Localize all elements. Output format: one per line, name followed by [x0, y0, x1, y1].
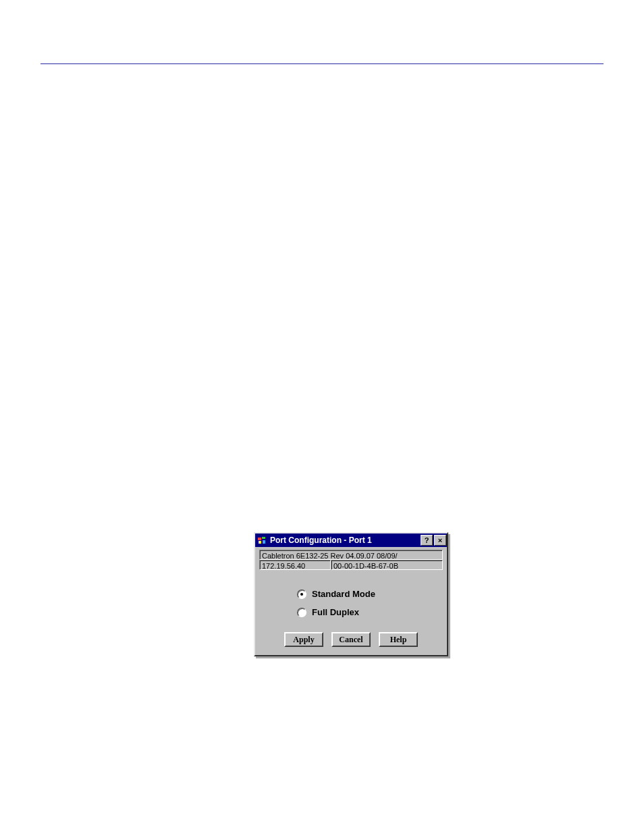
duplex-mode-radio-group: Standard Mode Full Duplex [297, 589, 443, 617]
port-configuration-dialog: Port Configuration - Port 1 ? × Cabletro… [254, 532, 448, 656]
radio-icon [297, 590, 306, 599]
svg-rect-4 [263, 540, 265, 544]
svg-rect-1 [258, 538, 261, 540]
full-duplex-radio[interactable]: Full Duplex [297, 607, 443, 617]
device-ip-field: 172.19.56.40 [259, 560, 331, 570]
radio-label: Full Duplex [312, 607, 359, 617]
whats-this-button[interactable]: ? [421, 535, 433, 546]
apply-button[interactable]: Apply [284, 632, 323, 647]
top-divider [41, 63, 603, 64]
dialog-button-row: Apply Cancel Help [259, 632, 443, 647]
app-icon [257, 535, 267, 546]
help-button[interactable]: Help [379, 632, 418, 647]
cancel-button[interactable]: Cancel [331, 632, 371, 647]
standard-mode-radio[interactable]: Standard Mode [297, 589, 443, 599]
device-mac-field: 00-00-1D-4B-67-0B [331, 560, 443, 570]
titlebar[interactable]: Port Configuration - Port 1 ? × [255, 533, 447, 547]
radio-label: Standard Mode [312, 589, 375, 599]
device-description-field: Cabletron 6E132-25 Rev 04.09.07 08/09/ [259, 550, 443, 560]
close-button[interactable]: × [434, 535, 446, 546]
device-info-panel: Cabletron 6E132-25 Rev 04.09.07 08/09/ 1… [259, 550, 443, 570]
svg-rect-3 [259, 541, 261, 544]
window-title: Port Configuration - Port 1 [270, 536, 420, 545]
radio-icon [297, 608, 306, 617]
svg-rect-2 [262, 537, 265, 539]
dialog-client-area: Cabletron 6E132-25 Rev 04.09.07 08/09/ 1… [255, 547, 447, 655]
